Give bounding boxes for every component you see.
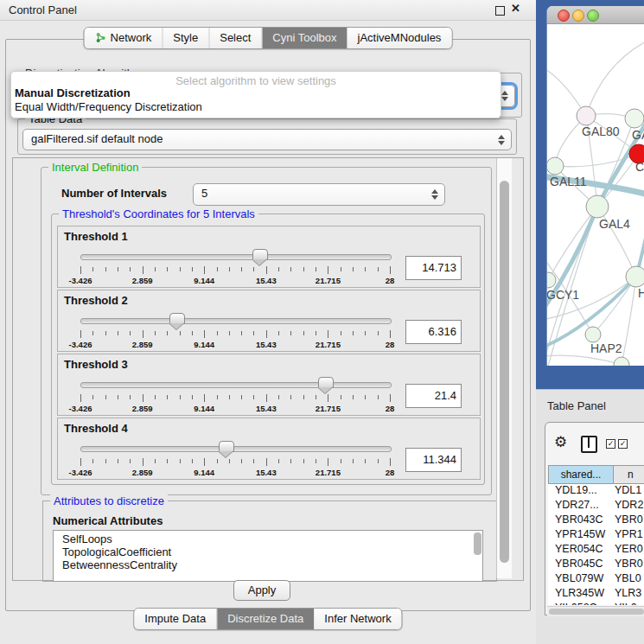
checkbox-icon[interactable]: ✓ [618, 439, 628, 449]
float-window-icon[interactable] [495, 6, 505, 16]
slider-thumb[interactable] [169, 313, 185, 324]
tab-cyni-toolbox[interactable]: Cyni Toolbox [262, 28, 347, 48]
network-node[interactable] [626, 266, 644, 287]
table-row[interactable]: YBR043CYBR0 [548, 513, 644, 528]
table-row[interactable]: YIL052CYIL0 [548, 602, 644, 605]
popup-item-equal-width-frequency[interactable]: Equal Width/Frequency Discretization [15, 100, 202, 113]
threshold-value-field[interactable]: 14.713 [405, 256, 462, 280]
slider-thumb[interactable] [318, 377, 334, 388]
tab-style[interactable]: Style [163, 28, 209, 48]
popup-item-manual-discretization[interactable]: Manual Discretization [15, 86, 131, 99]
threshold-value-field[interactable]: 11.344 [405, 448, 462, 472]
table-row[interactable]: YBR045CYBR0 [548, 558, 644, 572]
network-node[interactable] [625, 109, 644, 128]
ruler-tick [92, 395, 93, 399]
ruler-tick [204, 266, 205, 274]
table-row[interactable]: YPR145WYPR1 [548, 528, 644, 543]
list-scrollbar-thumb[interactable] [474, 532, 481, 555]
table-panel-section: Table Panel ⚙ ✓ ✓ shared... n YDL19...YD… [536, 389, 644, 644]
ruler-tick [204, 394, 205, 402]
checkbox-icon[interactable]: ✓ [606, 439, 615, 449]
close-traffic-light-icon[interactable] [558, 10, 570, 22]
threshold-value-field[interactable]: 6.316 [405, 320, 462, 344]
ruler-tick [118, 331, 118, 335]
number-of-intervals-combobox[interactable]: 5 [193, 183, 445, 206]
slider-thumb[interactable] [252, 249, 268, 260]
network-node[interactable] [586, 195, 609, 218]
numerical-attributes-list[interactable]: SelfLoopsTopologicalCoefficientBetweenne… [53, 530, 483, 582]
slider-track[interactable] [80, 382, 392, 388]
close-icon[interactable]: ✕ [511, 2, 520, 15]
slider-track[interactable] [80, 318, 392, 324]
slider-thumb[interactable] [219, 441, 234, 452]
column-layout-icon[interactable] [581, 436, 597, 453]
tick-label: 9.144 [194, 404, 214, 413]
ruler-tick [328, 266, 328, 274]
vertical-scrollbar-thumb[interactable] [500, 181, 509, 563]
ruler-tick [155, 331, 156, 335]
tab-select[interactable]: Select [209, 28, 262, 48]
apply-button[interactable]: Apply [233, 580, 290, 601]
horizontal-scrollbar[interactable] [547, 606, 644, 616]
tab-discretize-data[interactable]: Discretize Data [217, 609, 314, 629]
network-node[interactable] [614, 357, 629, 366]
network-node[interactable] [547, 157, 564, 175]
combo-stepper-icon [498, 135, 505, 145]
tab-network[interactable]: Network [85, 28, 163, 48]
ruler-tick [180, 331, 181, 335]
list-item[interactable]: TopologicalCoefficient [54, 545, 482, 558]
table-row[interactable]: YDL19...YDL1 [548, 484, 644, 499]
tab-jactivemnodules[interactable]: jActiveMNodules [348, 28, 452, 48]
tick-label: -3.426 [69, 276, 92, 285]
slider-track[interactable] [80, 254, 392, 260]
ruler-tick [217, 267, 218, 271]
network-canvas[interactable]: GAL80GACGAL11GAL4GCY1HHAP2 [547, 24, 644, 366]
tab-label: jActiveMNodules [358, 31, 442, 44]
ruler-tick [365, 459, 366, 463]
list-item[interactable]: SelfLoops [54, 532, 482, 545]
top-tab-bar: Network Style Select Cyni Toolbox jActiv… [84, 27, 453, 49]
tick-label: 15.43 [256, 340, 277, 349]
horizontal-scrollbar-thumb[interactable] [549, 609, 644, 615]
ruler-tick [241, 395, 242, 399]
ruler-tick [303, 331, 304, 335]
ruler-tick [92, 267, 93, 271]
tab-infer-network[interactable]: Infer Network [314, 609, 401, 629]
tick-label: 9.144 [194, 340, 214, 349]
ruler-tick [180, 395, 181, 399]
ruler-tick [365, 395, 366, 399]
gear-icon[interactable]: ⚙ [554, 433, 567, 451]
tab-label: Style [173, 31, 198, 44]
table-row[interactable]: YBL079WYBL0 [548, 572, 644, 587]
network-node[interactable] [577, 106, 596, 125]
table-cell: YIL052C [548, 602, 608, 605]
threshold-value-field[interactable]: 21.4 [405, 384, 462, 408]
vertical-scrollbar[interactable] [496, 158, 512, 578]
ruler-tick [229, 459, 230, 463]
threshold-label: Threshold 4 [64, 422, 128, 435]
screen: Control Panel ✕ Network Style Select Cyn… [0, 0, 644, 644]
minimize-traffic-light-icon[interactable] [572, 10, 584, 22]
table-cell: YDL1 [608, 484, 644, 499]
ruler-tick [328, 458, 328, 466]
slider-track[interactable] [80, 446, 392, 452]
ruler-tick [316, 331, 316, 335]
node-label: GCY1 [547, 288, 579, 302]
tab-impute-data[interactable]: Impute Data [134, 609, 217, 629]
table-row[interactable]: YDR27...YDR2 [548, 499, 644, 513]
table-data-combobox[interactable]: galFiltered.sif default node [22, 129, 512, 150]
tick-label: 28 [386, 468, 395, 477]
table-row[interactable]: YER054CYER0 [548, 543, 644, 558]
column-header-shared-name[interactable]: shared... [548, 465, 614, 484]
network-node[interactable] [585, 327, 601, 342]
network-edge [547, 355, 622, 365]
table-row[interactable]: YLR345WYLR3 [548, 587, 644, 602]
column-header-name[interactable]: n [614, 465, 644, 484]
table-cell: YBR043C [548, 513, 608, 528]
zoom-traffic-light-icon[interactable] [587, 10, 599, 22]
list-item[interactable]: BetweennessCentrality [54, 558, 482, 571]
network-node[interactable] [547, 272, 556, 288]
ruler-tick [378, 459, 379, 463]
group-title: Attributes to discretize [50, 494, 168, 507]
ruler-tick [143, 330, 143, 338]
